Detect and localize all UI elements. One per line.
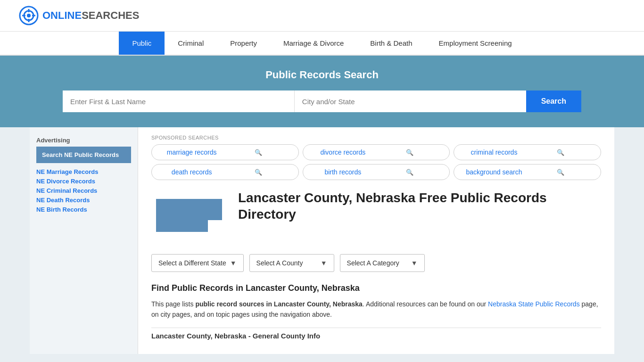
sidebar: Advertising Search NE Public Records NE … <box>30 127 138 354</box>
sponsored-label: SPONSORED SEARCHES <box>151 135 601 140</box>
name-input[interactable] <box>63 90 295 112</box>
search-icon-divorce: 🔍 <box>376 149 443 156</box>
ad-block[interactable]: Search NE Public Records <box>36 147 131 163</box>
nav-item-public[interactable]: Public <box>119 32 165 55</box>
sidebar-link-marriage[interactable]: NE Marriage Records <box>36 168 131 175</box>
sidebar-link-death[interactable]: NE Death Records <box>36 196 131 204</box>
search-icon-criminal: 🔍 <box>528 149 594 156</box>
nav-item-criminal[interactable]: Criminal <box>165 32 217 55</box>
nebraska-map-svg <box>151 189 227 241</box>
search-icon-birth: 🔍 <box>376 169 443 176</box>
sidebar-link-divorce[interactable]: NE Divorce Records <box>36 177 131 185</box>
nav-item-marriage-divorce[interactable]: Marriage & Divorce <box>270 32 357 55</box>
sponsored-grid: marriage records 🔍 divorce records 🔍 cri… <box>151 144 601 180</box>
category-dropdown[interactable]: Select A Category ▼ <box>340 254 425 272</box>
sidebar-link-criminal[interactable]: NE Criminal Records <box>36 187 131 194</box>
nebraska-records-link[interactable]: Nebraska State Public Records <box>488 300 580 308</box>
main-container: Advertising Search NE Public Records NE … <box>30 127 614 354</box>
sponsored-pill-background[interactable]: background search 🔍 <box>454 164 601 180</box>
search-form: Search <box>63 90 581 112</box>
find-description: This page lists public record sources in… <box>151 299 601 320</box>
sponsored-pill-divorce[interactable]: divorce records 🔍 <box>303 144 450 160</box>
main-nav: Public Criminal Property Marriage & Divo… <box>0 32 644 56</box>
dropdowns-row: Select a Different State ▼ Select A Coun… <box>151 254 601 272</box>
search-button[interactable]: Search <box>526 90 581 112</box>
county-section: Lancaster County, Nebraska Free Public R… <box>151 189 601 243</box>
sidebar-links: NE Marriage Records NE Divorce Records N… <box>36 168 131 213</box>
site-header: ONLINESEARCHES <box>0 0 644 32</box>
search-icon-death: 🔍 <box>225 169 291 176</box>
advertising-label: Advertising <box>36 137 131 144</box>
state-dropdown[interactable]: Select a Different State ▼ <box>151 254 244 272</box>
search-banner-title: Public Records Search <box>19 69 625 81</box>
logo[interactable]: ONLINESEARCHES <box>19 6 139 25</box>
sponsored-pill-birth[interactable]: birth records 🔍 <box>303 164 450 180</box>
state-map <box>151 189 227 243</box>
find-title: Find Public Records in Lancaster County,… <box>151 283 601 293</box>
sidebar-link-birth[interactable]: NE Birth Records <box>36 206 131 213</box>
chevron-down-icon-2: ▼ <box>321 259 327 267</box>
county-title: Lancaster County, Nebraska Free Public R… <box>238 189 601 222</box>
svg-point-6 <box>27 14 31 17</box>
section-divider <box>151 328 601 328</box>
search-icon-background: 🔍 <box>528 169 594 176</box>
general-info-title: Lancaster County, Nebraska - General Cou… <box>151 332 601 340</box>
logo-icon <box>19 6 39 25</box>
chevron-down-icon-3: ▼ <box>411 259 418 267</box>
content-area: SPONSORED SEARCHES marriage records 🔍 di… <box>138 127 614 354</box>
search-icon-marriage: 🔍 <box>225 149 291 156</box>
search-banner: Public Records Search Search <box>0 56 644 127</box>
logo-text: ONLINESEARCHES <box>42 9 139 22</box>
nav-item-property[interactable]: Property <box>217 32 270 55</box>
county-info: Lancaster County, Nebraska Free Public R… <box>238 189 601 231</box>
county-dropdown[interactable]: Select A County ▼ <box>249 254 334 272</box>
sponsored-pill-marriage[interactable]: marriage records 🔍 <box>151 144 299 160</box>
sponsored-pill-death[interactable]: death records 🔍 <box>151 164 299 180</box>
nav-item-birth-death[interactable]: Birth & Death <box>357 32 425 55</box>
sponsored-pill-criminal[interactable]: criminal records 🔍 <box>454 144 601 160</box>
chevron-down-icon: ▼ <box>230 259 237 267</box>
svg-marker-7 <box>156 199 222 232</box>
location-input[interactable] <box>295 90 526 112</box>
nav-item-employment[interactable]: Employment Screening <box>426 32 525 55</box>
